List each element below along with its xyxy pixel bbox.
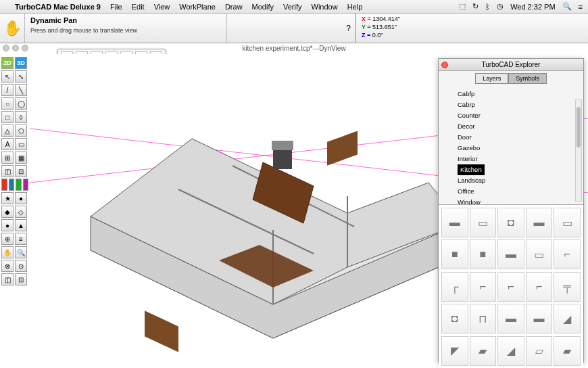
symbol-category[interactable]: Window bbox=[445, 197, 577, 204]
symbol-thumbnail[interactable]: ▬ bbox=[526, 304, 553, 334]
bluetooth-icon[interactable]: ᛒ bbox=[485, 3, 490, 11]
mode-2d-button[interactable]: 2D bbox=[1, 57, 14, 69]
tool-button[interactable]: ⊕ bbox=[1, 233, 14, 245]
tool-button[interactable]: ● bbox=[15, 192, 27, 204]
tool-button[interactable]: ◆ bbox=[1, 206, 14, 218]
tool-button[interactable]: ≡ bbox=[15, 233, 27, 245]
symbol-thumbnail[interactable]: ▬ bbox=[497, 304, 524, 334]
symbol-thumbnail[interactable]: ◢ bbox=[554, 304, 581, 334]
symbol-thumbnail[interactable]: ◢ bbox=[497, 336, 524, 366]
symbol-thumbnail[interactable]: ┌ bbox=[441, 272, 468, 302]
tool-button[interactable]: A bbox=[1, 138, 14, 150]
tree-scrollbar[interactable] bbox=[575, 99, 582, 202]
symbol-category[interactable]: Cabfp bbox=[445, 89, 577, 99]
sync-icon[interactable]: ↻ bbox=[472, 2, 479, 11]
symbol-thumbnail[interactable]: ▰ bbox=[554, 336, 581, 366]
symbol-thumbnail[interactable]: ■ bbox=[470, 239, 497, 269]
symbol-thumbnail[interactable]: ■ bbox=[441, 239, 468, 269]
color-swatch[interactable] bbox=[9, 179, 15, 191]
mode-3d-button[interactable]: 3D bbox=[15, 57, 27, 69]
symbol-category[interactable]: Cabrp bbox=[445, 99, 577, 110]
tool-button[interactable]: ★ bbox=[1, 192, 14, 204]
symbol-thumbnail[interactable]: ▬ bbox=[497, 239, 524, 269]
tool-button[interactable]: ⊞ bbox=[1, 152, 14, 164]
tool-button[interactable]: ⬠ bbox=[15, 124, 27, 137]
tool-button[interactable]: ◫ bbox=[1, 273, 14, 285]
color-swatch[interactable] bbox=[23, 179, 29, 191]
tab-layers[interactable]: Layers bbox=[475, 73, 508, 84]
color-swatch[interactable] bbox=[16, 179, 22, 191]
symbol-thumbnail[interactable]: ⌐ bbox=[554, 239, 581, 269]
notifications-icon[interactable]: ≡ bbox=[579, 3, 583, 11]
symbol-thumbnail[interactable]: ▭ bbox=[554, 208, 581, 237]
menu-file[interactable]: File bbox=[110, 3, 122, 11]
app-name[interactable]: TurboCAD Mac Deluxe 9 bbox=[15, 3, 101, 11]
symbol-thumbnail[interactable]: ▭ bbox=[470, 208, 497, 237]
symbol-category[interactable]: Door bbox=[445, 132, 577, 143]
tool-button[interactable]: ● bbox=[1, 219, 14, 231]
symbol-thumbnail[interactable]: ▰ bbox=[470, 336, 497, 366]
symbol-thumbnail[interactable]: ◘ bbox=[441, 304, 468, 334]
menu-verify[interactable]: Verify bbox=[283, 3, 302, 11]
color-swatch[interactable] bbox=[1, 179, 7, 191]
tool-button[interactable]: ✋ bbox=[1, 246, 14, 258]
explorer-close-icon[interactable] bbox=[441, 62, 448, 68]
symbol-thumbnail[interactable]: ▱ bbox=[526, 336, 553, 366]
prompt-toggle[interactable]: ? bbox=[227, 14, 356, 43]
menu-help[interactable]: Help bbox=[347, 3, 363, 11]
tool-button[interactable]: ⤡ bbox=[15, 70, 27, 83]
tool-button[interactable]: ▦ bbox=[15, 152, 27, 164]
symbol-thumbnail[interactable]: ⌐ bbox=[526, 272, 553, 302]
symbol-category[interactable]: Counter bbox=[445, 110, 577, 121]
tab-symbols[interactable]: Symbols bbox=[508, 73, 547, 84]
tool-button[interactable]: ⊡ bbox=[15, 165, 27, 177]
tool-button[interactable]: ↖ bbox=[1, 70, 14, 83]
symbol-thumbnail[interactable]: ▬ bbox=[441, 208, 468, 237]
explorer-titlebar[interactable]: TurboCAD Explorer bbox=[439, 59, 583, 71]
symbol-thumbnail[interactable]: ⊓ bbox=[470, 304, 497, 334]
tool-button[interactable]: ⊡ bbox=[15, 273, 27, 285]
menu-edit[interactable]: Edit bbox=[132, 3, 145, 11]
menu-workplane[interactable]: WorkPlane bbox=[179, 3, 216, 11]
symbol-category[interactable]: Office bbox=[445, 186, 577, 197]
menu-window[interactable]: Window bbox=[312, 3, 338, 11]
tool-button[interactable]: ◫ bbox=[1, 165, 14, 177]
tool-button[interactable]: △ bbox=[1, 124, 14, 137]
tool-button[interactable]: ⊙ bbox=[15, 260, 27, 272]
tool-button[interactable]: ◇ bbox=[15, 206, 27, 218]
symbol-category[interactable]: Decor bbox=[445, 121, 577, 132]
tool-button[interactable]: □ bbox=[1, 111, 14, 123]
symbol-thumbnail[interactable]: ╤ bbox=[554, 272, 581, 302]
tool-info-panel: Dynamic Pan Press and drag mouse to tran… bbox=[24, 14, 227, 43]
clock[interactable]: Wed 2:32 PM bbox=[510, 3, 555, 11]
tool-button[interactable]: / bbox=[1, 84, 14, 96]
tool-button[interactable]: ▲ bbox=[15, 219, 27, 231]
menu-draw[interactable]: Draw bbox=[225, 3, 243, 11]
tool-button[interactable]: ╲ bbox=[15, 84, 27, 96]
symbol-thumbnail[interactable]: ◘ bbox=[497, 208, 524, 237]
symbol-category[interactable]: Gazebo bbox=[445, 143, 577, 154]
symbol-thumbnail[interactable]: ▬ bbox=[526, 208, 553, 237]
symbol-thumbnail[interactable]: ◤ bbox=[441, 336, 468, 366]
menu-modify[interactable]: Modify bbox=[252, 3, 274, 11]
dropbox-icon[interactable]: ⬚ bbox=[459, 2, 466, 11]
symbol-thumbnail[interactable]: ⌐ bbox=[470, 272, 497, 302]
wifi-icon[interactable]: ◷ bbox=[497, 2, 504, 11]
symbol-thumbnail[interactable]: ▭ bbox=[526, 239, 553, 269]
window-minimize-icon[interactable] bbox=[12, 45, 19, 51]
symbol-thumbnail[interactable]: ⌐ bbox=[497, 272, 524, 302]
tool-button[interactable]: ◊ bbox=[15, 111, 27, 123]
tool-button[interactable]: 🔍 bbox=[15, 246, 27, 258]
spotlight-icon[interactable]: 🔍 bbox=[562, 2, 572, 11]
tool-button[interactable]: ⊗ bbox=[1, 260, 14, 272]
symbol-category[interactable]: Landscap bbox=[445, 175, 577, 186]
symbol-category[interactable]: Interior bbox=[445, 154, 577, 164]
tool-button[interactable]: ◯ bbox=[15, 97, 27, 110]
symbol-category[interactable]: Kitchen bbox=[458, 164, 485, 175]
window-zoom-icon[interactable] bbox=[22, 45, 28, 51]
tool-button[interactable]: ▭ bbox=[15, 138, 27, 150]
window-close-icon[interactable] bbox=[3, 45, 9, 51]
tool-button[interactable]: ○ bbox=[1, 97, 14, 110]
active-tool-icon[interactable]: ✋ bbox=[0, 14, 24, 43]
menu-view[interactable]: View bbox=[154, 3, 170, 11]
